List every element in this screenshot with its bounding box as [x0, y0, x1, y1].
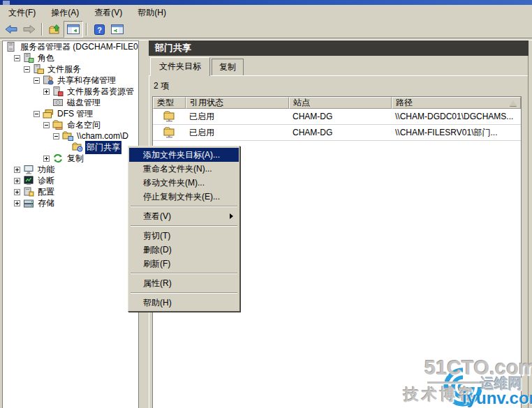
toolbar: ?	[0, 21, 532, 38]
expand-expander[interactable]	[43, 89, 50, 95]
shared-folder-icon	[163, 111, 175, 122]
menu-item-stop-replicating-folder[interactable]: 停止复制文件夹(E)...	[129, 190, 239, 204]
collapse-expander[interactable]	[34, 77, 40, 84]
console-tree-panel: 服务器管理器 (DGCHAM-FILE02) 角色 文件服务 共享和存储管理 文…	[2, 40, 139, 408]
expand-expander[interactable]	[14, 200, 20, 206]
tree-item-storage[interactable]: 存储	[14, 197, 138, 209]
configuration-icon	[23, 187, 34, 197]
menu-item-rename-folder[interactable]: 重命名文件夹(N)...	[129, 162, 239, 176]
column-header-site[interactable]: 站点	[289, 97, 392, 109]
namespace-icon	[52, 120, 64, 130]
expand-expander[interactable]	[14, 167, 20, 173]
submenu-arrow-icon	[230, 213, 233, 219]
tab-replication[interactable]: 复制	[212, 59, 244, 75]
action-pane-panel-icon	[111, 24, 124, 34]
tree-item-label: 命名空间	[66, 119, 102, 132]
tab-folder-targets[interactable]: 文件夹目标	[150, 57, 210, 76]
menu-separator	[131, 292, 237, 294]
menu-item-help[interactable]: 帮助(H)	[129, 296, 239, 310]
replication-icon	[52, 153, 64, 163]
column-header-referral-status[interactable]: 引用状态	[186, 97, 289, 109]
collapse-expander[interactable]	[53, 133, 59, 139]
expand-expander[interactable]	[14, 189, 20, 195]
pane-right-border	[528, 56, 529, 408]
roles-icon	[23, 53, 34, 63]
tree-item-label: 存储	[36, 197, 56, 210]
table-row[interactable]: 已启用 CHAM-DG \\CHAM-FILESRV01\部门...	[153, 125, 521, 141]
collapse-expander[interactable]	[34, 111, 40, 117]
server-manager-window: 文件(F) 操作(A) 查看(V) 帮助(H)	[0, 0, 532, 408]
features-icon	[23, 165, 34, 174]
column-header-type[interactable]: 类型	[153, 97, 186, 109]
expand-expander[interactable]	[43, 156, 50, 162]
cell-site: CHAM-DG	[289, 128, 392, 137]
menu-item-view-label: 查看(V)	[143, 211, 171, 221]
context-menu: 添加文件夹目标(A)... 重命名文件夹(N)... 移动文件夹(M)... 停…	[128, 146, 240, 312]
tree-item-namespaces[interactable]: 命名空间	[43, 119, 138, 130]
forward-button[interactable]	[20, 22, 38, 37]
tree-item-diagnostics[interactable]: 诊断	[14, 175, 138, 186]
namespace-root-icon	[62, 131, 73, 141]
tree-item-replication[interactable]: 复制	[43, 153, 138, 164]
menu-item-delete[interactable]: 删除(D)	[129, 243, 239, 257]
show-action-pane-button[interactable]	[108, 22, 126, 37]
cell-referral-status: 已启用	[186, 111, 289, 123]
menu-help[interactable]: 帮助(H)	[132, 5, 176, 21]
up-one-level-button[interactable]	[45, 22, 64, 37]
back-arrow-icon	[5, 24, 17, 34]
tree-item-features[interactable]: 功能	[14, 164, 138, 175]
menu-file[interactable]: 文件(F)	[3, 5, 45, 21]
column-header-path[interactable]: 路径	[392, 97, 521, 109]
svg-text:?: ?	[97, 25, 102, 33]
tree-item-server-manager[interactable]: 服务器管理器 (DGCHAM-FILE02)	[4, 41, 138, 52]
menu-item-properties[interactable]: 属性(R)	[129, 276, 239, 290]
collapse-expander[interactable]	[14, 55, 20, 61]
help-icon: ?	[94, 24, 105, 35]
tree-item-label: 复制	[66, 152, 85, 165]
menu-item-view[interactable]: 查看(V)	[129, 209, 239, 223]
toolbar-separator	[86, 23, 87, 36]
expand-expander[interactable]	[14, 178, 20, 184]
folder-target-icon	[72, 142, 83, 152]
pane-title: 部门共享	[149, 40, 529, 56]
tab-strip: 文件夹目标 复制	[150, 60, 245, 76]
share-storage-icon	[43, 75, 54, 85]
cell-referral-status: 已启用	[186, 127, 289, 139]
menu-action[interactable]: 操作(A)	[45, 5, 89, 21]
fsrm-icon	[52, 86, 64, 96]
file-services-icon	[33, 64, 44, 74]
tree-item-label: 部门共享	[85, 141, 121, 154]
menu-view[interactable]: 查看(V)	[89, 5, 132, 21]
forward-arrow-icon	[23, 24, 36, 34]
menu-separator	[131, 206, 237, 207]
sort-ascending-icon	[510, 100, 517, 106]
server-icon	[6, 42, 17, 52]
show-console-tree-button[interactable]	[64, 21, 83, 38]
menu-bar: 文件(F) 操作(A) 查看(V) 帮助(H)	[0, 5, 532, 21]
table-row[interactable]: 已启用 CHAM-DG \\CHAM-DGDC01\DGCHAMS...	[153, 109, 521, 125]
console-tree-panel-icon	[67, 24, 80, 34]
menu-separator	[131, 225, 237, 227]
shared-folder-icon	[163, 127, 175, 138]
list-header-row: 类型 引用状态 站点 路径	[153, 97, 521, 109]
menu-item-move-folder[interactable]: 移动文件夹(M)...	[129, 176, 239, 190]
toolbar-separator	[41, 23, 43, 36]
tree-item-configuration[interactable]: 配置	[14, 186, 138, 197]
item-count-label: 2 项	[154, 80, 169, 92]
disk-management-icon	[52, 98, 64, 107]
dfs-management-icon	[43, 109, 54, 119]
diagnostics-icon	[23, 176, 34, 186]
cell-path: \\CHAM-FILESRV01\部门...	[392, 127, 521, 139]
collapse-expander[interactable]	[43, 122, 50, 128]
back-button[interactable]	[2, 22, 20, 37]
menu-item-add-folder-target[interactable]: 添加文件夹目标(A)...	[129, 148, 239, 162]
folder-up-icon	[49, 24, 61, 35]
menu-item-refresh[interactable]: 刷新(F)	[129, 257, 239, 271]
menu-separator	[131, 273, 237, 274]
storage-icon	[23, 198, 34, 208]
collapse-expander[interactable]	[24, 66, 30, 73]
menu-item-cut[interactable]: 剪切(T)	[129, 229, 239, 243]
cell-site: CHAM-DG	[289, 112, 392, 121]
help-button[interactable]: ?	[90, 22, 108, 37]
column-header-path-label: 路径	[396, 97, 413, 109]
